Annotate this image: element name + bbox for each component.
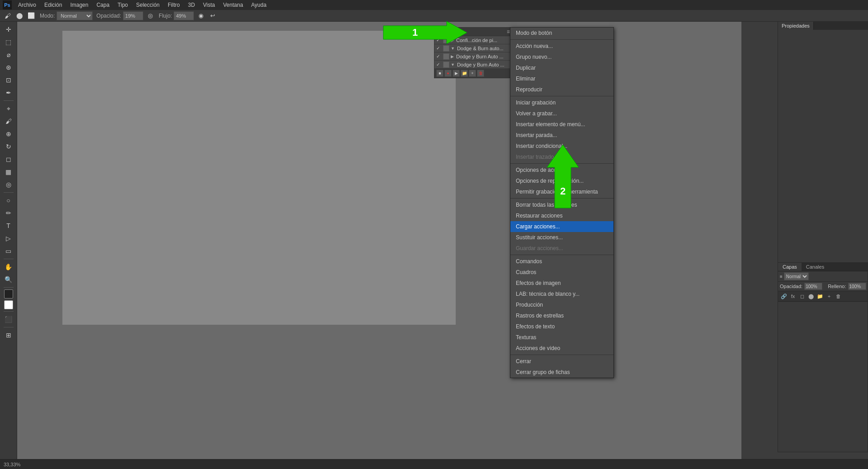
lasso-tool[interactable]: ⌀ [3,49,14,61]
rectangle-select-tool[interactable]: ⬚ [3,36,14,48]
eyedropper-tool[interactable]: ✒ [3,87,14,99]
menu-vista[interactable]: Vista [199,1,218,9]
opacity-value-layers[interactable] [804,283,822,290]
menu-3d[interactable]: 3D [184,1,198,9]
mask-btn[interactable]: ◻ [798,292,806,300]
propiedades-panel: Propiedades [778,22,868,270]
menu-cerrar[interactable]: Cerrar [510,356,613,367]
layers-mode-select[interactable]: Normal [784,272,809,280]
menu-seleccion[interactable]: Selección [132,1,163,9]
actions-menu-button[interactable]: ≡ [507,28,510,35]
new-layer-btn[interactable]: + [825,292,833,300]
menu-ventana[interactable]: Ventana [220,1,247,9]
play-btn[interactable]: ▶ [453,70,460,77]
arrow-up-svg: 2 [545,142,581,210]
menu-acciones-video[interactable]: Acciones de vídeo [510,343,613,354]
left-tool-panel: ✛ ⬚ ⌀ ⊛ ⊡ ✒ ⌖ 🖌 ⊕ ↻ ◻ ▦ ◎ ○ ✏ T ▷ ▭ ✋ 🔍 … [0,22,17,459]
brush-tool[interactable]: 🖌 [3,115,14,127]
stop-btn[interactable]: ■ [436,70,443,77]
annotation-arrow-1: 1 [379,19,469,47]
menu-comandos[interactable]: Comandos [510,256,613,267]
flow-icon[interactable]: ◉ [196,11,206,21]
hand-tool[interactable]: ✋ [3,261,14,273]
canvas [62,31,456,325]
zoom-tool[interactable]: 🔍 [3,274,14,285]
menu-archivo[interactable]: Archivo [14,1,40,9]
menu-imagen[interactable]: Imagen [66,1,92,9]
shape-tool[interactable]: ▭ [3,245,14,257]
arrow-right-svg: 1 [379,19,469,46]
history-brush-tool[interactable]: ↻ [3,141,14,152]
delete-layer-btn[interactable]: 🗑 [834,292,842,300]
menu-texturas[interactable]: Texturas [510,332,613,343]
new-set-btn[interactable]: 📁 [461,70,468,77]
clone-tool[interactable]: ⊕ [3,128,14,140]
canales-tab[interactable]: Canales [802,263,829,271]
menu-accion-nueva[interactable]: Acción nueva... [510,41,613,52]
quick-mask-tool[interactable]: ⬛ [3,313,14,325]
healing-tool[interactable]: ⌖ [3,103,14,114]
airbrush-icon[interactable]: ◎ [145,11,155,21]
adjustment-btn[interactable]: ⬤ [807,292,815,300]
menu-lab-tecnica[interactable]: LAB: técnica de blanco y... [510,289,613,299]
smooth-icon[interactable]: ↩ [208,11,217,21]
record-btn[interactable]: ● [444,70,452,77]
menu-reproducir[interactable]: Reproducir [510,84,613,95]
background-color[interactable] [4,300,13,309]
pen-tool[interactable]: ✏ [3,207,14,219]
gradient-tool[interactable]: ▦ [3,166,14,178]
expand-arrow-3[interactable]: ▶ [451,54,454,59]
group-btn[interactable]: 📁 [816,292,824,300]
mode-select[interactable]: Normal [57,11,93,20]
screen-mode-tool[interactable]: ⊞ [3,329,14,341]
prop-tab-propiedades[interactable]: Propiedades [778,22,814,30]
menu-cargar-acciones[interactable]: Cargar acciones... [510,221,613,232]
menu-volver-a-grabar[interactable]: Volver a grabar... [510,108,613,119]
relleno-value[interactable] [848,283,866,290]
flow-input[interactable] [174,11,194,20]
brush-settings-button[interactable]: ⬜ [26,11,36,21]
menu-produccion[interactable]: Producción [510,299,613,310]
eraser-tool[interactable]: ◻ [3,153,14,165]
menu-duplicar[interactable]: Duplicar [510,62,613,73]
menu-sustituir-acciones[interactable]: Sustituir acciones... [510,232,613,243]
dodge-tool[interactable]: ○ [3,194,14,206]
delete-btn[interactable]: 🗑 [477,70,484,77]
opacity-input[interactable] [123,11,143,20]
new-action-btn[interactable]: + [469,70,476,77]
menu-efectos-imagen[interactable]: Efectos de imagen [510,278,613,289]
sep-1 [510,39,613,40]
menu-insertar-parada[interactable]: Insertar parada... [510,130,613,141]
menu-efectos-texto[interactable]: Efectos de texto [510,321,613,332]
menu-modo-boton[interactable]: Modo de botón [510,28,613,38]
menu-restaurar-acciones[interactable]: Restaurar acciones [510,210,613,221]
expand-arrow-4[interactable]: ▼ [451,62,455,67]
capas-tab[interactable]: Capas [778,263,802,271]
menu-capa[interactable]: Capa [93,1,113,9]
path-select-tool[interactable]: ▷ [3,232,14,244]
foreground-color[interactable] [4,289,13,298]
menu-cerrar-grupo[interactable]: Cerrar grupo de fichas [510,367,613,378]
link-layers-btn[interactable]: 🔗 [780,292,788,300]
crop-tool[interactable]: ⊡ [3,74,14,86]
app-logo: Ps [3,0,12,9]
menu-rastros-estrellas[interactable]: Rastros de estrellas [510,310,613,321]
fx-btn[interactable]: fx [789,292,797,300]
brush-preset-button[interactable]: ⬤ [14,11,24,21]
text-tool[interactable]: T [3,220,14,232]
move-tool[interactable]: ✛ [3,24,14,35]
menu-ayuda[interactable]: Ayuda [248,1,270,9]
menu-tipo[interactable]: Tipo [114,1,132,9]
menu-filtro[interactable]: Filtro [164,1,184,9]
prop-tab-bar: Propiedades [778,22,868,30]
menu-eliminar[interactable]: Eliminar [510,73,613,84]
menu-cuadros[interactable]: Cuadros [510,267,613,278]
blur-tool[interactable]: ◎ [3,179,14,190]
menu-insertar-elemento[interactable]: Insertar elemento de menú... [510,119,613,130]
layers-tab-bar: Capas Canales [778,263,868,271]
menu-grupo-nuevo[interactable]: Grupo nuevo... [510,52,613,62]
menu-iniciar-grabacion[interactable]: Iniciar grabación [510,97,613,108]
quick-select-tool[interactable]: ⊛ [3,62,14,73]
opacity-label-layers: Opacidad: [780,284,802,289]
menu-edicion[interactable]: Edición [41,1,66,9]
